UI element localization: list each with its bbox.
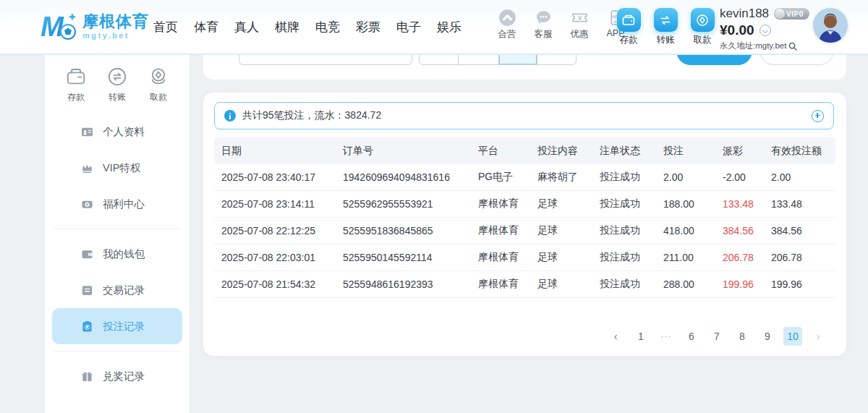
sidebar-item-prize-records[interactable]: 兑奖记录 bbox=[52, 358, 182, 394]
transfer-button[interactable]: 转账 bbox=[651, 8, 680, 46]
page-button[interactable]: 6 bbox=[682, 327, 701, 346]
range-option[interactable] bbox=[420, 55, 458, 64]
sidebar: 存款 转账 取款 bbox=[45, 55, 190, 413]
range-option[interactable] bbox=[458, 55, 498, 64]
cell-order: 1942609694094831616 bbox=[336, 171, 471, 183]
reset-button[interactable] bbox=[760, 55, 834, 65]
cell-valid: 199.96 bbox=[764, 278, 835, 290]
column-header-date: 日期 bbox=[214, 145, 336, 158]
sidebar-item-wallet[interactable]: 我的钱包 bbox=[52, 236, 182, 272]
cell-platform: 摩根体育 bbox=[471, 251, 530, 264]
cell-date: 2025-07-08 21:54:32 bbox=[214, 278, 336, 290]
cell-date: 2025-07-08 22:12:25 bbox=[214, 225, 336, 237]
withdraw-icon bbox=[691, 8, 715, 32]
withdraw-button[interactable]: 取款 bbox=[688, 8, 717, 46]
cell-valid: 2.00 bbox=[764, 171, 835, 183]
magnifier-icon[interactable] bbox=[788, 42, 797, 51]
chevron-down-icon[interactable] bbox=[760, 25, 771, 36]
nav-item[interactable]: 电子 bbox=[396, 19, 421, 35]
bet-table: 日期 订单号 平台 投注内容 注单状态 投注 派彩 有效投注额 2025-07-… bbox=[214, 137, 835, 298]
expand-icon[interactable] bbox=[812, 110, 824, 122]
logo-domain: mgty.bet bbox=[82, 31, 149, 40]
benefit-icon bbox=[81, 198, 93, 210]
cell-platform: 摩根体育 bbox=[471, 278, 530, 291]
sidebar-item-vip[interactable]: VIP特权 bbox=[52, 150, 182, 186]
withdraw-icon bbox=[148, 66, 169, 88]
page-button[interactable]: 10 bbox=[783, 327, 802, 346]
search-input[interactable] bbox=[239, 55, 412, 65]
page-button[interactable]: ‹ bbox=[606, 327, 625, 346]
transfer-icon bbox=[654, 8, 678, 32]
sidebar-item-profile[interactable]: 个人资料 bbox=[52, 114, 182, 150]
cell-status: 投注成功 bbox=[592, 224, 656, 237]
nav-item[interactable]: 棋牌 bbox=[275, 19, 299, 35]
cell-date: 2025-07-08 22:03:01 bbox=[214, 252, 336, 263]
cell-platform: 摩根体育 bbox=[471, 197, 530, 210]
cell-content: 足球 bbox=[530, 224, 592, 237]
cell-status: 投注成功 bbox=[592, 197, 656, 210]
partner-link[interactable]: 合营 bbox=[493, 9, 521, 41]
divider bbox=[54, 229, 181, 229]
range-option-selected[interactable] bbox=[498, 55, 537, 64]
column-header-platform: 平台 bbox=[471, 145, 530, 158]
nav-item[interactable]: 娱乐 bbox=[437, 19, 461, 35]
sidebar-item-bet-records[interactable]: 投注记录 bbox=[52, 308, 182, 344]
page-button[interactable]: 7 bbox=[707, 327, 726, 346]
nav-item[interactable]: 首页 bbox=[153, 19, 178, 35]
page-button[interactable]: ··· bbox=[657, 327, 676, 346]
nav-item[interactable]: 电竞 bbox=[315, 19, 340, 35]
sidebar-item-transactions[interactable]: 交易记录 bbox=[52, 272, 182, 308]
table-row: 2025-07-08 22:12:25 5255951836845865 摩根体… bbox=[214, 218, 835, 244]
customer-service-label: 客服 bbox=[535, 28, 553, 41]
cell-order: 5255951836845865 bbox=[336, 225, 471, 237]
page-button[interactable]: 9 bbox=[758, 327, 777, 346]
cell-payout: 199.96 bbox=[715, 278, 764, 290]
cell-payout: 384.56 bbox=[715, 225, 764, 237]
logo-icon: M bbox=[41, 9, 78, 43]
sidebar-item-benefits[interactable]: 福利中心 bbox=[52, 186, 182, 222]
deposit-icon bbox=[65, 66, 87, 88]
filter-bar bbox=[203, 55, 846, 80]
table-row: 2025-07-08 22:03:01 5255950145592114 摩根体… bbox=[214, 244, 835, 271]
sidebar-deposit-label: 存款 bbox=[67, 91, 85, 103]
customer-service-link[interactable]: 客服 bbox=[529, 9, 557, 41]
sidebar-menu: 个人资料 VIP特权 bbox=[45, 114, 190, 394]
page-button[interactable]: › bbox=[809, 327, 827, 346]
sidebar-withdraw-button[interactable]: 取款 bbox=[144, 66, 173, 103]
avatar[interactable] bbox=[813, 8, 848, 43]
cell-payout: 133.48 bbox=[715, 198, 764, 210]
id-card-icon bbox=[81, 126, 93, 138]
handshake-icon bbox=[498, 9, 516, 27]
bet-records-panel: 共计95笔投注，流水：3824.72 日期 订单号 平台 投注内容 注单状态 投… bbox=[203, 93, 846, 356]
nav-item[interactable]: 体育 bbox=[194, 19, 218, 35]
cell-stake: 188.00 bbox=[656, 198, 715, 210]
sidebar-item-label: 我的钱包 bbox=[103, 247, 145, 261]
range-option[interactable] bbox=[537, 55, 576, 64]
deposit-icon bbox=[617, 8, 641, 32]
permanent-address: 永久地址:mgty.bet bbox=[720, 41, 786, 51]
sidebar-item-label: 福利中心 bbox=[103, 197, 145, 211]
bet-records-icon bbox=[81, 320, 93, 333]
sidebar-transfer-button[interactable]: 转账 bbox=[103, 66, 132, 103]
search-button[interactable] bbox=[676, 55, 752, 65]
deposit-button[interactable]: 存款 bbox=[614, 8, 643, 46]
nav-item[interactable]: 真人 bbox=[234, 19, 259, 35]
promotions-link[interactable]: ¥ 优惠 bbox=[566, 9, 593, 41]
sidebar-quick-actions: 存款 转账 取款 bbox=[45, 55, 190, 103]
transactions-icon bbox=[81, 284, 93, 297]
logo[interactable]: M 摩根体育 mgty.bet bbox=[41, 9, 149, 43]
column-header-content: 投注内容 bbox=[530, 145, 592, 158]
page-button[interactable]: 8 bbox=[733, 327, 752, 346]
sidebar-deposit-button[interactable]: 存款 bbox=[61, 66, 90, 103]
cell-status: 投注成功 bbox=[592, 278, 656, 291]
table-header: 日期 订单号 平台 投注内容 注单状态 投注 派彩 有效投注额 bbox=[214, 137, 835, 164]
cell-date: 2025-07-08 23:40:17 bbox=[214, 171, 336, 183]
cell-valid: 133.48 bbox=[764, 198, 835, 210]
page-button[interactable]: 1 bbox=[631, 327, 650, 346]
cell-content: 足球 bbox=[530, 197, 592, 210]
cell-payout: -2.00 bbox=[715, 171, 764, 183]
nav-item[interactable]: 彩票 bbox=[356, 19, 380, 35]
cell-stake: 288.00 bbox=[656, 278, 715, 290]
cell-stake: 2.00 bbox=[656, 171, 715, 183]
vip-badge: VIP0 bbox=[774, 8, 809, 20]
